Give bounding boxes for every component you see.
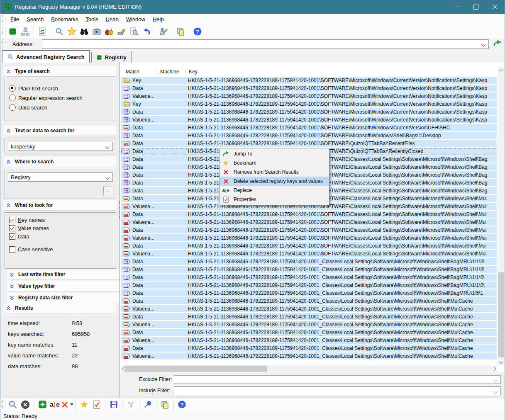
table-row[interactable]: 011110 ab Data HKU\S-1-5-21-1136968446-1…	[121, 345, 497, 352]
checkbox-icon[interactable]	[9, 225, 15, 231]
refresh-button[interactable]	[36, 26, 49, 37]
column-header-machine[interactable]: Machine	[160, 69, 179, 75]
checkbox-option[interactable]: Case sensitive	[9, 246, 116, 252]
context-menu-item[interactable]: ★ a|e Bookmark	[220, 158, 329, 168]
table-row[interactable]: 011110 ab Valuena... HKU\S-1-5-21-113696…	[121, 305, 497, 313]
horizontal-scroll-thumb[interactable]	[125, 366, 267, 372]
replace-button[interactable]: a|e	[49, 399, 61, 410]
menu-item[interactable]: Undo	[102, 15, 122, 24]
snapshot-button[interactable]	[90, 26, 103, 37]
table-row[interactable]: 011110 ab Data HKU\S-1-5-21-1136968446-1…	[121, 108, 497, 116]
checkbox-option[interactable]: Value names	[9, 225, 116, 231]
chevron-down-icon[interactable]	[105, 175, 110, 180]
context-menu-item[interactable]: ★ a|e Jump To	[220, 149, 329, 158]
table-row[interactable]: 011110 ab Data HKU\S-1-5-21-1136968446-1…	[121, 132, 497, 140]
section-header-what-to-look-for[interactable]: What to look for	[4, 200, 116, 211]
table-row[interactable]: 011110 ab Key HKU\S-1-5-21-1136968446-17…	[121, 77, 497, 85]
table-row[interactable]: 011110 ab Data HKU\S-1-5-21-1136968446-1…	[121, 242, 497, 250]
menu-item[interactable]: Bookmarks	[47, 15, 82, 24]
toolbar-grip[interactable]	[2, 400, 4, 409]
vertical-scrollbar[interactable]	[498, 67, 505, 365]
go-to-key-button[interactable]	[36, 399, 49, 410]
checkbox-icon[interactable]	[9, 233, 15, 240]
section-header-where-to-search[interactable]: Where to search	[4, 157, 116, 167]
context-menu-item[interactable]: ★ a|e Remove from Search Results	[220, 168, 329, 177]
include-filter-input[interactable]	[174, 386, 501, 395]
browse-button[interactable]: ..	[103, 187, 113, 195]
horizontal-scrollbar[interactable]	[121, 365, 498, 372]
chevron-down-icon[interactable]	[481, 42, 485, 46]
radio-option[interactable]: Plain text search	[9, 85, 116, 92]
collapsed-section-header[interactable]: Registry data size filter	[7, 293, 120, 303]
chevron-down-icon[interactable]	[105, 144, 110, 149]
delete-button[interactable]	[61, 399, 73, 410]
table-row[interactable]: 011110 ab Data HKU\S-1-5-21-1136968446-1…	[121, 258, 497, 266]
network-button[interactable]	[19, 26, 32, 37]
radio-icon[interactable]	[9, 104, 16, 111]
stop-button[interactable]	[19, 399, 32, 410]
section-header-text-to-search[interactable]: Text or data to search for	[4, 126, 116, 136]
menu-item[interactable]: Help	[149, 15, 168, 24]
collapsed-section-header[interactable]: Last write time filter	[7, 269, 120, 280]
where-to-search-combobox[interactable]: Registry	[8, 172, 113, 182]
radio-option[interactable]: Data search	[9, 104, 116, 111]
checkbox-icon[interactable]	[9, 246, 15, 252]
table-row[interactable]: 011110 ab Data HKU\S-1-5-21-1136968446-1…	[121, 297, 497, 305]
help-button[interactable]: ?	[176, 399, 188, 410]
column-header-match[interactable]: Match	[126, 69, 139, 75]
scroll-up-arrow[interactable]	[498, 67, 505, 74]
collapsed-section-header[interactable]: Value type filter	[7, 281, 120, 291]
registry-button[interactable]	[7, 26, 19, 37]
bookmark-button[interactable]: ★	[78, 399, 90, 410]
table-row[interactable]: 011110 ab Valuena... HKU\S-1-5-21-113696…	[121, 92, 497, 100]
table-row[interactable]: 011110 ab Data HKU\S-1-5-21-1136968446-1…	[121, 266, 497, 274]
context-menu-item[interactable]: ★ a|e Properties	[220, 195, 329, 204]
properties-button[interactable]	[90, 399, 103, 410]
go-button[interactable]	[493, 40, 501, 49]
compare-button[interactable]	[103, 26, 115, 37]
table-row[interactable]: 011110 ab Data HKU\S-1-5-21-1136968446-1…	[121, 289, 497, 297]
tab-registry[interactable]: Registry	[91, 52, 132, 63]
table-row[interactable]: 011110 ab Data HKU\S-1-5-21-1136968446-1…	[121, 226, 497, 234]
section-header-results[interactable]: Results	[4, 303, 116, 313]
find-button[interactable]	[78, 26, 90, 37]
pin-button[interactable]	[141, 399, 154, 410]
section-header-type-of-search[interactable]: Type of search	[4, 66, 116, 77]
table-row[interactable]: 011110 ab Data HKU\S-1-5-21-1136968446-1…	[121, 211, 497, 218]
repair-button[interactable]	[157, 26, 170, 37]
table-row[interactable]: 011110 ab Data HKU\S-1-5-21-1136968446-1…	[121, 85, 497, 92]
address-input[interactable]	[42, 39, 489, 49]
checkbox-icon[interactable]	[9, 217, 15, 223]
table-row[interactable]: 011110 ab Valuena... HKU\S-1-5-21-113696…	[121, 352, 497, 360]
minimize-button[interactable]	[447, 0, 466, 14]
maximize-button[interactable]	[466, 0, 485, 14]
cleanup-button[interactable]	[115, 26, 128, 37]
table-row[interactable]: 011110 ab Valuena... HKU\S-1-5-21-113696…	[121, 116, 497, 124]
context-menu-item[interactable]: ★ a|e Replace	[220, 186, 329, 195]
vertical-scroll-thumb[interactable]	[498, 272, 504, 357]
scroll-right-arrow[interactable]	[490, 365, 498, 372]
tab-advanced-registry-search[interactable]: Advanced Registry Search	[2, 50, 90, 63]
table-row[interactable]: 011110 ab Key HKU\S-1-5-21-1136968446-17…	[121, 100, 497, 108]
close-button[interactable]	[485, 0, 505, 14]
caret-down-icon[interactable]	[70, 403, 73, 405]
preview-button[interactable]	[128, 26, 140, 37]
radio-option[interactable]: Regular expression search	[9, 95, 116, 101]
table-row[interactable]: 011110 ab Valuena... HKU\S-1-5-21-113696…	[121, 218, 497, 226]
copy-button[interactable]	[174, 26, 187, 37]
copy-button[interactable]	[159, 399, 171, 410]
table-row[interactable]: 011110 ab Data HKU\S-1-5-21-1136968446-1…	[121, 140, 497, 148]
undo-button[interactable]	[140, 26, 153, 37]
table-row[interactable]: 011110 ab Valuena... HKU\S-1-5-21-113696…	[121, 250, 497, 258]
search-button[interactable]	[7, 399, 19, 410]
table-row[interactable]: 011110 ab Data HKU\S-1-5-21-1136968446-1…	[121, 313, 497, 321]
chevron-down-icon[interactable]	[493, 389, 498, 393]
toolbar-grip[interactable]	[2, 15, 4, 24]
table-row[interactable]: 011110 ab Data HKU\S-1-5-21-1136968446-1…	[121, 282, 497, 289]
table-row[interactable]: 011110 ab Data HKU\S-1-5-21-1136968446-1…	[121, 124, 497, 132]
scroll-down-arrow[interactable]	[498, 358, 505, 365]
table-row[interactable]: 011110 ab Data HKU\S-1-5-21-1136968446-1…	[121, 329, 497, 337]
toolbar-grip[interactable]	[2, 39, 4, 49]
menu-item[interactable]: Window	[122, 15, 149, 24]
save-button[interactable]	[107, 399, 120, 410]
